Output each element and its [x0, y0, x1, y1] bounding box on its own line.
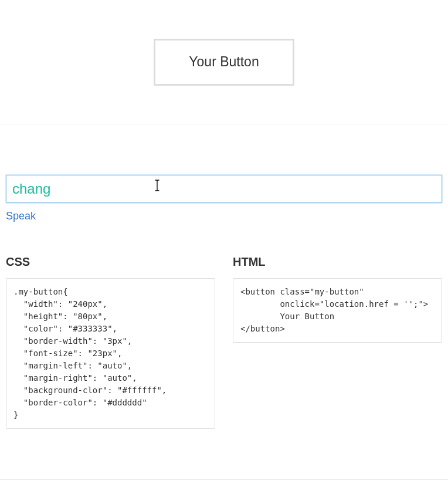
html-column: HTML <button class="my-button" onclick="…: [233, 255, 442, 429]
html-code-content: <button class="my-button" onclick="locat…: [240, 286, 435, 335]
css-code-content: .my-button{ "width": "240px", "height": …: [13, 286, 208, 421]
html-code-box[interactable]: <button class="my-button" onclick="locat…: [233, 278, 442, 343]
speak-link[interactable]: Speak: [6, 210, 36, 222]
css-code-box[interactable]: .my-button{ "width": "240px", "height": …: [6, 278, 215, 429]
css-column: CSS .my-button{ "width": "240px", "heigh…: [6, 255, 215, 429]
footer-divider: [0, 479, 448, 480]
html-heading: HTML: [233, 255, 442, 269]
preview-area: Your Button: [0, 0, 448, 124]
command-input[interactable]: [6, 175, 442, 203]
code-section: CSS .my-button{ "width": "240px", "heigh…: [0, 222, 448, 429]
command-section: Speak: [0, 124, 448, 222]
preview-button[interactable]: Your Button: [154, 39, 294, 86]
css-heading: CSS: [6, 255, 215, 269]
